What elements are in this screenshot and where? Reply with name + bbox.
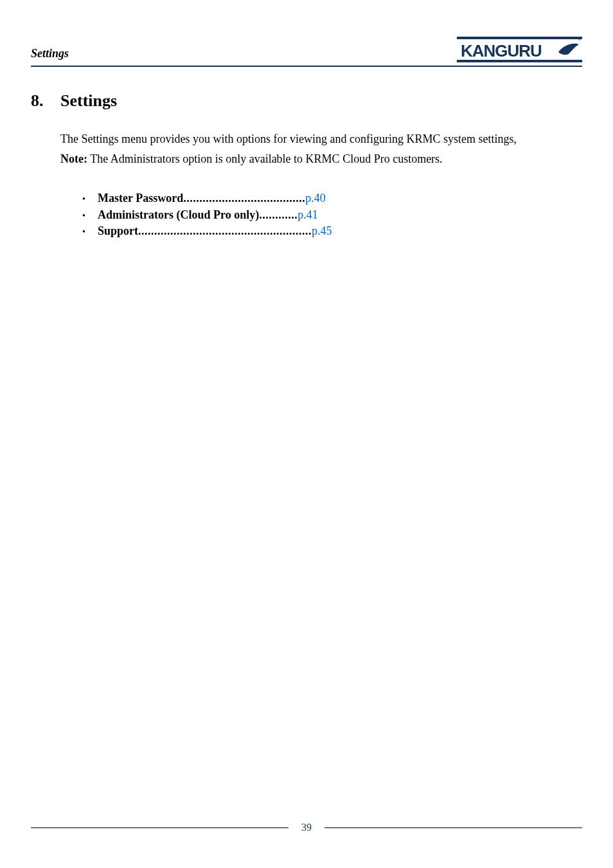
page-number: 39	[299, 822, 314, 833]
footer-line-right	[324, 827, 582, 828]
logo-text: KANGURU	[461, 41, 542, 60]
note-label: Note:	[60, 152, 87, 165]
note-line: Note: The Administrators option is only …	[31, 151, 582, 167]
toc-label: Support	[98, 223, 138, 239]
toc-label: Administrators (Cloud Pro only)	[98, 207, 259, 222]
toc-item: • Administrators (Cloud Pro only) ......…	[82, 207, 582, 222]
page-footer: 39	[31, 822, 582, 833]
running-header-title: Settings	[31, 47, 69, 64]
section-number: 8.	[31, 91, 60, 111]
toc-page-link[interactable]: p.41	[298, 207, 318, 222]
section-title: Settings	[60, 91, 582, 111]
svg-text:™: ™	[578, 38, 581, 42]
toc-item: • Master Password ......................…	[82, 190, 582, 206]
toc-leader-dots: ............	[259, 207, 298, 222]
bullet-icon: •	[82, 194, 98, 206]
kanguru-logo: KANGURU ™	[457, 37, 582, 64]
toc-list: • Master Password ......................…	[31, 190, 582, 239]
section-heading: 8. Settings	[31, 91, 582, 111]
page-header: Settings KANGURU ™	[31, 33, 582, 64]
toc-item: • Support ..............................…	[82, 223, 582, 239]
toc-label: Master Password	[98, 190, 183, 206]
toc-page-link[interactable]: p.40	[305, 190, 326, 206]
page-container: Settings KANGURU ™ 8. Settings The Setti…	[0, 0, 613, 868]
bullet-icon: •	[82, 226, 98, 239]
note-text: The Administrators option is only availa…	[87, 152, 443, 165]
toc-leader-dots: ........................................…	[138, 223, 312, 239]
toc-leader-dots: ......................................	[183, 190, 305, 206]
svg-rect-0	[457, 37, 582, 39]
bullet-icon: •	[82, 210, 98, 222]
main-content: 8. Settings The Settings menu provides y…	[31, 67, 582, 239]
toc-page-link[interactable]: p.45	[312, 223, 332, 239]
body-paragraph: The Settings menu provides you with opti…	[31, 131, 582, 147]
footer-line-left	[31, 827, 289, 828]
